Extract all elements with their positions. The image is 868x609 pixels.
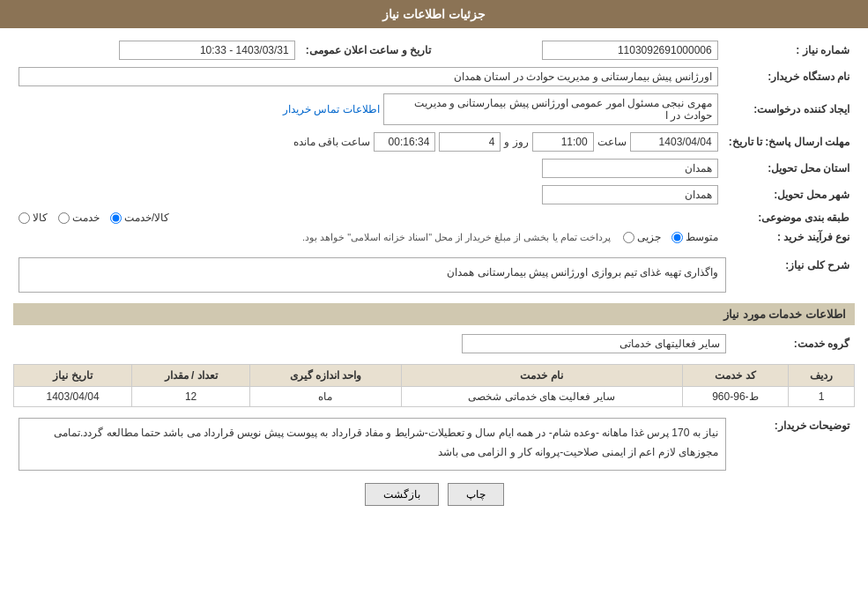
radio-mottavaset-label: متوسط [686, 231, 718, 243]
radio-mottavaset[interactable]: متوسط [671, 231, 718, 243]
radio-jazee[interactable]: جزیی [623, 231, 661, 243]
shomara-niaz-label: شماره نیاز : [723, 37, 855, 63]
tarikh-saet-value: 1403/03/31 - 10:33 [13, 37, 300, 63]
services-table: ردیف کد خدمت نام خدمت واحد اندازه گیری ت… [13, 364, 855, 407]
shahr-input: همدان [542, 185, 718, 204]
ostan-input: همدان [542, 159, 718, 178]
rooz-label: روز و [504, 136, 528, 148]
services-section-header: اطلاعات خدمات مورد نیاز [13, 303, 855, 325]
col-name: نام خدمت [401, 365, 682, 387]
radio-jazee-label: جزیی [637, 231, 661, 243]
col-vahed: واحد اندازه گیری [250, 365, 402, 387]
shahr-label: شهر محل تحویل: [723, 182, 855, 208]
cell-vahed: ماه [250, 387, 402, 407]
cell-code: ط-96-960 [682, 387, 789, 407]
shomara-niaz-value: 1103092691000006 [436, 37, 723, 63]
sharh-table: شرح کلی نیاز: واگذاری تهیه غذای تیم بروا… [13, 254, 855, 296]
radio-kala-khedmat-label: کالا/خدمت [124, 212, 169, 224]
table-row: 1ط-96-960سایر فعالیت های خدماتی شخصیماه1… [14, 387, 855, 407]
baqi-input: 00:16:34 [374, 132, 435, 152]
saat-label: ساعت [597, 136, 627, 148]
shomara-niaz-input: 1103092691000006 [542, 41, 718, 60]
radio-khedmat-label: خدمت [72, 212, 100, 224]
radio-kala-input[interactable] [19, 212, 30, 224]
col-radif: ردیف [789, 365, 855, 387]
nooe-label: نوع فرآیند خرید : [723, 227, 855, 247]
contact-link[interactable]: اطلاعات تماس خریدار [283, 103, 380, 115]
cell-tedad: 12 [132, 387, 250, 407]
tozihat-label: توضیحات خریدار: [731, 414, 855, 474]
grooh-label: گروه خدمت: [731, 330, 855, 357]
cell-name: سایر فعالیت های خدماتی شخصی [401, 387, 682, 407]
grooh-input: سایر فعالیتهای خدماتی [462, 334, 726, 353]
tarikh-input: 1403/04/04 [630, 132, 718, 152]
saat-input: 11:00 [532, 132, 594, 152]
cell-radif: 1 [789, 387, 855, 407]
tabaqe-label: طبقه بندی موضوعی: [723, 208, 855, 227]
tarikh-saet-input: 1403/03/31 - 10:33 [119, 41, 295, 60]
radio-jazee-input[interactable] [623, 232, 634, 243]
bazgasht-button[interactable]: بازگشت [365, 483, 439, 506]
radio-kala-khedmat-input[interactable] [110, 212, 122, 224]
ijad-konande-label: ایجاد کننده درخواست: [723, 90, 855, 129]
grooh-table: گروه خدمت: سایر فعالیتهای خدماتی [13, 330, 855, 357]
col-tarikh: تاریخ نیاز [14, 365, 132, 387]
name-dastgah-input: اورژانس پیش بیمارستانی و مدیریت حوادث در… [19, 67, 718, 86]
ostan-label: استان محل تحویل: [723, 155, 855, 182]
rooz-input: 4 [439, 132, 501, 152]
tarikh-saet-label: تاریخ و ساعت اعلان عمومی: [300, 37, 436, 63]
nooe-desc-text: پرداخت تمام یا بخشی از مبلغ خریدار از مح… [302, 232, 611, 243]
mohlet-label: مهلت ارسال پاسخ: تا تاریخ: [723, 129, 855, 155]
col-code: کد خدمت [682, 365, 789, 387]
page-title: جزئیات اطلاعات نیاز [0, 0, 868, 28]
sharh-label: شرح کلی نیاز: [731, 254, 855, 296]
col-tedad: تعداد / مقدار [132, 365, 250, 387]
radio-mottavaset-input[interactable] [671, 232, 683, 243]
radio-khedmat[interactable]: خدمت [58, 212, 100, 224]
radio-kala[interactable]: کالا [19, 212, 48, 224]
name-dastgah-label: نام دستگاه خریدار: [723, 63, 855, 90]
radio-kala-label: کالا [33, 212, 48, 224]
chap-button[interactable]: چاپ [448, 483, 504, 506]
radio-khedmat-input[interactable] [58, 212, 70, 224]
main-info-table: شماره نیاز : 1103092691000006 تاریخ و سا… [13, 37, 855, 247]
tozihat-input: نیاز به 170 پرس غذا ماهانه -وعده شام- در… [19, 418, 726, 471]
tozihat-table: توضیحات خریدار: نیاز به 170 پرس غذا ماها… [13, 414, 855, 474]
sharh-input: واگذاری تهیه غذای تیم بروازی اورژانس پیش… [19, 257, 726, 293]
action-buttons: چاپ بازگشت [13, 483, 855, 506]
ijad-konande-input: مهری نبجی مسئول امور عمومی اورژانس پیش ب… [383, 93, 718, 125]
cell-tarikh: 1403/04/04 [14, 387, 132, 407]
radio-kala-khedmat[interactable]: کالا/خدمت [110, 212, 169, 224]
baqi-label: ساعت باقی مانده [293, 136, 371, 148]
